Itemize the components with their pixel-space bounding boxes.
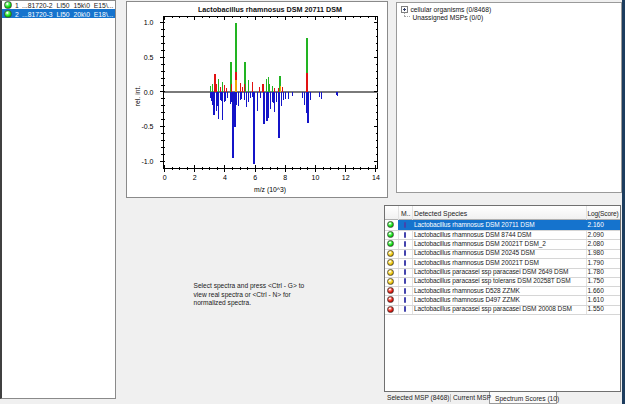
svg-text:0.0: 0.0 xyxy=(144,89,154,96)
svg-text:m/z (10^3): m/z (10^3) xyxy=(254,186,286,194)
svg-text:14: 14 xyxy=(372,174,380,181)
svg-text:1.0: 1.0 xyxy=(144,19,154,26)
svg-text:0: 0 xyxy=(163,174,167,181)
svg-text:-0.5: -0.5 xyxy=(141,123,153,130)
svg-text:Lactobacillus rhamnosus DSM 20: Lactobacillus rhamnosus DSM 20711 DSM xyxy=(198,5,342,14)
svg-text:6: 6 xyxy=(253,174,257,181)
svg-text:rel. int.: rel. int. xyxy=(134,86,141,107)
svg-text:0.5: 0.5 xyxy=(144,54,154,61)
svg-text:12: 12 xyxy=(342,174,350,181)
svg-text:10: 10 xyxy=(312,174,320,181)
svg-text:4: 4 xyxy=(223,174,227,181)
svg-text:2: 2 xyxy=(193,174,197,181)
svg-text:-1.0: -1.0 xyxy=(141,158,153,165)
svg-text:8: 8 xyxy=(283,174,287,181)
